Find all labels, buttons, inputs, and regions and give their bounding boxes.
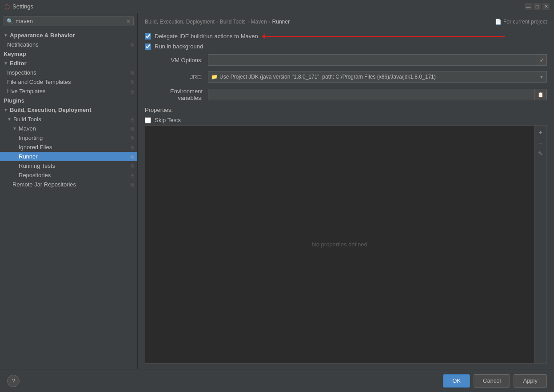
run-in-background-checkbox[interactable]: [145, 44, 151, 50]
nav-tree: ▼ Appearance & Behavior Notifications ⎘ …: [0, 29, 137, 369]
vm-options-input-group: ⤢: [208, 54, 547, 66]
sidebar-label-ignored-files: Ignored Files: [19, 144, 52, 150]
delegate-ide-checkbox[interactable]: [145, 33, 151, 40]
sidebar-label-repositories: Repositories: [19, 172, 51, 178]
delegate-row: Delegate IDE build/run actions to Maven: [145, 31, 547, 41]
copy-icon-file-code-templates: ⎘: [131, 79, 134, 85]
main-content: Build, Execution, Deployment › Build Too…: [138, 13, 554, 369]
help-button[interactable]: ?: [7, 375, 20, 387]
jre-folder-icon: 📁: [211, 74, 218, 80]
env-vars-browse-button[interactable]: 📋: [535, 89, 547, 100]
red-arrowhead: [262, 34, 265, 39]
title-bar-controls: — □ ✕: [525, 3, 550, 10]
sidebar-item-running-tests[interactable]: Running Tests ⎘: [0, 161, 137, 170]
properties-toolbar: + − ✎: [534, 126, 546, 363]
expand-arrow-build-tools: ▼: [7, 117, 12, 122]
sidebar-label-maven: Maven: [19, 125, 36, 132]
sidebar-label-runner: Runner: [19, 153, 38, 160]
sidebar-item-runner[interactable]: Runner ⎘: [0, 152, 137, 161]
run-background-row: Run in background: [145, 41, 547, 51]
copy-icon-inspections: ⎘: [131, 70, 134, 75]
sidebar-label-file-code-templates: File and Code Templates: [7, 79, 71, 85]
copy-icon-maven: ⎘: [131, 126, 134, 131]
sidebar-label-live-templates: Live Templates: [7, 88, 45, 95]
jre-select[interactable]: 📁 Use Project JDK (java version "1.8.0_1…: [208, 71, 547, 83]
sidebar-label-editor: Editor: [10, 60, 27, 67]
breadcrumb-current: Runner: [272, 19, 290, 25]
annotation-arrow: [262, 34, 505, 39]
sidebar-item-keymap[interactable]: Keymap: [0, 49, 137, 59]
skip-tests-row: Skip Tests: [145, 115, 547, 125]
copy-icon-importing: ⎘: [131, 135, 134, 141]
copy-icon-runner: ⎘: [131, 154, 134, 159]
footer-left: ?: [7, 375, 20, 387]
sidebar-label-inspections: Inspections: [7, 69, 36, 76]
sidebar-item-repositories[interactable]: Repositories ⎘: [0, 170, 137, 180]
remove-property-button[interactable]: −: [536, 138, 546, 148]
vm-options-label: VM Options:: [145, 57, 203, 63]
file-icon: 📄: [495, 19, 502, 25]
for-project-link[interactable]: 📄 For current project: [495, 19, 547, 25]
ok-button[interactable]: OK: [443, 374, 470, 388]
properties-area: No properties defined + − ✎: [145, 125, 547, 364]
sidebar-label-build-execution: Build, Execution, Deployment: [10, 107, 91, 113]
sidebar-item-remote-jar-repos[interactable]: Remote Jar Repositories ⎘: [0, 180, 137, 189]
copy-icon-running-tests: ⎘: [131, 163, 134, 169]
vm-options-input[interactable]: [208, 54, 537, 66]
maximize-button[interactable]: □: [534, 3, 541, 10]
skip-tests-label: Skip Tests: [155, 117, 181, 123]
env-vars-input-group: 📋: [208, 89, 547, 100]
dialog-footer: ? OK Cancel Apply: [0, 369, 554, 392]
app-icon: ⬡: [4, 3, 10, 10]
sidebar-item-editor[interactable]: ▼ Editor: [0, 59, 137, 68]
vm-options-expand-button[interactable]: ⤢: [537, 54, 547, 66]
breadcrumb: Build, Execution, Deployment › Build Too…: [145, 19, 547, 25]
sidebar-item-live-templates[interactable]: Live Templates ⎘: [0, 87, 137, 96]
sidebar-item-ignored-files[interactable]: Ignored Files ⎘: [0, 143, 137, 152]
expand-arrow-maven: ▼: [12, 126, 17, 131]
run-in-background-label: Run in background: [155, 43, 203, 50]
copy-icon-ignored-files: ⎘: [131, 145, 134, 150]
sidebar-label-importing: Importing: [19, 135, 43, 141]
title-bar: ⬡ Settings — □ ✕: [0, 0, 554, 13]
dialog-body: 🔍 ✕ ▼ Appearance & Behavior Notification…: [0, 13, 554, 369]
breadcrumb-part-2: Build Tools: [220, 19, 246, 25]
breadcrumb-sep-1: ›: [216, 19, 218, 25]
jre-value: Use Project JDK (java version "1.8.0_171…: [219, 74, 539, 80]
sidebar-item-plugins[interactable]: Plugins: [0, 96, 137, 105]
sidebar-item-build-execution[interactable]: ▼ Build, Execution, Deployment: [0, 105, 137, 115]
minimize-button[interactable]: —: [525, 3, 532, 10]
sidebar-item-appearance[interactable]: ▼ Appearance & Behavior: [0, 31, 137, 40]
settings-dialog: ⬡ Settings — □ ✕ 🔍 ✕ ▼ Appearance & Beha…: [0, 0, 554, 392]
add-property-button[interactable]: +: [536, 127, 546, 137]
sidebar-label-plugins: Plugins: [4, 97, 24, 104]
copy-icon-notifications: ⎘: [131, 42, 134, 48]
env-vars-input[interactable]: [208, 89, 535, 100]
sidebar-label-appearance: Appearance & Behavior: [10, 32, 75, 39]
expand-arrow-appearance: ▼: [4, 33, 8, 38]
sidebar-item-notifications[interactable]: Notifications ⎘: [0, 40, 137, 49]
vm-options-row: VM Options: ⤢: [145, 51, 547, 68]
settings-form: Delegate IDE build/run actions to Maven …: [145, 31, 547, 364]
properties-content: No properties defined: [145, 126, 534, 363]
sidebar-item-inspections[interactable]: Inspections ⎘: [0, 68, 137, 77]
clear-search-icon[interactable]: ✕: [126, 18, 131, 24]
search-box[interactable]: 🔍 ✕: [4, 16, 134, 26]
copy-icon-remote-jar-repos: ⎘: [131, 182, 134, 187]
breadcrumb-sep-3: ›: [269, 19, 271, 25]
no-properties-text: No properties defined: [312, 241, 367, 248]
expand-arrow-build-execution: ▼: [4, 107, 8, 112]
sidebar-label-running-tests: Running Tests: [19, 162, 55, 169]
apply-button[interactable]: Apply: [514, 374, 547, 388]
cancel-button[interactable]: Cancel: [474, 374, 510, 388]
delegate-checkbox-row: Delegate IDE build/run actions to Maven: [145, 31, 258, 41]
sidebar-item-maven[interactable]: ▼ Maven ⎘: [0, 124, 137, 133]
sidebar-item-importing[interactable]: Importing ⎘: [0, 133, 137, 143]
close-button[interactable]: ✕: [542, 3, 550, 10]
skip-tests-checkbox[interactable]: [145, 117, 151, 123]
jre-label: JRE:: [145, 74, 203, 80]
search-input[interactable]: [16, 18, 124, 24]
sidebar-item-build-tools[interactable]: ▼ Build Tools ⎘: [0, 115, 137, 124]
sidebar-item-file-code-templates[interactable]: File and Code Templates ⎘: [0, 77, 137, 87]
edit-property-button[interactable]: ✎: [536, 149, 546, 158]
